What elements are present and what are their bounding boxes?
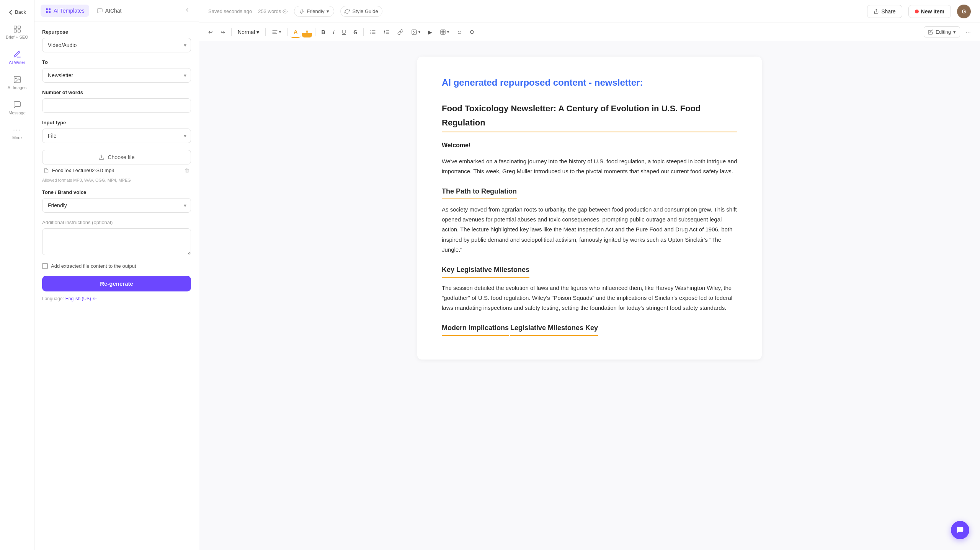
- tab-aichat[interactable]: AIChat: [92, 5, 126, 17]
- toolbar-divider-5: [363, 28, 364, 36]
- top-bar: Saved seconds ago 253 words Friendly ▾: [199, 0, 980, 23]
- file-item: FoodTox Lecture02-SD.mp3 🗑: [42, 164, 191, 176]
- doc-title[interactable]: AI generated repurposed content - newsle…: [442, 75, 737, 91]
- input-type-label: Input type: [42, 120, 191, 125]
- play-button[interactable]: ▶: [425, 27, 435, 37]
- style-guide-button[interactable]: Style Guide: [340, 6, 382, 17]
- bold-button[interactable]: B: [318, 27, 328, 37]
- tab-ai-templates[interactable]: AI Templates: [41, 5, 89, 17]
- toolbar-divider-2: [265, 28, 266, 36]
- new-item-button[interactable]: New Item: [908, 5, 951, 18]
- panel-collapse-button[interactable]: [182, 5, 193, 16]
- strikethrough-button[interactable]: S: [351, 27, 360, 37]
- svg-rect-1: [18, 26, 20, 28]
- words-input[interactable]: 200: [42, 98, 191, 113]
- choose-file-button[interactable]: Choose file: [42, 150, 191, 164]
- message-icon: [13, 101, 21, 109]
- undo-button[interactable]: ↩: [205, 27, 216, 37]
- style-chevron-icon: ▾: [256, 29, 259, 35]
- refresh-icon: [345, 9, 350, 14]
- new-item-label: New Item: [921, 8, 944, 15]
- doc-section1-paragraph[interactable]: As society moved from agrarian roots to …: [442, 205, 737, 255]
- editor-area: AI generated repurposed content - newsle…: [199, 41, 980, 550]
- language-edit-icon[interactable]: ✏: [93, 296, 96, 301]
- doc-section2-title[interactable]: Key Legislative Milestones: [442, 264, 529, 278]
- repurpose-select[interactable]: Video/Audio Blog Post Podcast Social Med…: [42, 38, 191, 52]
- sidebar-item-more[interactable]: ··· More: [3, 122, 31, 144]
- sidebar-item-message[interactable]: Message: [3, 97, 31, 119]
- sidebar-ai-writer-label: AI Writer: [9, 60, 25, 65]
- new-item-dot: [915, 10, 919, 13]
- redo-button[interactable]: ↪: [217, 27, 228, 37]
- sidebar-brief-seo-label: Brief + SEO: [6, 35, 28, 39]
- extract-checkbox[interactable]: [42, 263, 48, 269]
- ordered-list-button[interactable]: [381, 27, 393, 37]
- tone-select-wrapper: Friendly Professional Casual Formal ▾: [42, 198, 191, 213]
- style-dropdown[interactable]: Normal ▾: [235, 27, 262, 37]
- doc-section3-title[interactable]: Modern Implications: [442, 322, 509, 336]
- back-label: Back: [15, 9, 26, 15]
- sidebar-item-ai-images[interactable]: AI Images: [3, 72, 31, 94]
- instructions-textarea[interactable]: [42, 228, 191, 255]
- underline-button[interactable]: U: [339, 27, 349, 37]
- italic-button[interactable]: I: [330, 27, 338, 37]
- file-delete-button[interactable]: 🗑: [185, 168, 189, 173]
- main-content-area: Saved seconds ago 253 words Friendly ▾: [199, 0, 980, 550]
- words-field: Number of words 200: [42, 89, 191, 113]
- to-select[interactable]: Newsletter Blog Post Social Post Email: [42, 68, 191, 83]
- panel-tabs: AI Templates AIChat: [34, 0, 199, 21]
- image-toolbar-icon: [411, 29, 417, 35]
- repurpose-field: Repurpose Video/Audio Blog Post Podcast …: [42, 29, 191, 52]
- image-button[interactable]: ▾: [408, 27, 423, 37]
- language-value[interactable]: English (US): [65, 296, 91, 301]
- pen-icon: [13, 50, 21, 59]
- upload-icon: [98, 154, 105, 160]
- repurpose-label: Repurpose: [42, 29, 191, 35]
- ai-templates-panel: AI Templates AIChat Repurpose Video/Audi…: [34, 0, 199, 550]
- special-char-button[interactable]: Ω: [467, 27, 477, 37]
- input-type-select[interactable]: File URL Text: [42, 129, 191, 143]
- editing-dropdown[interactable]: Editing ▾: [924, 26, 960, 37]
- bullet-list-button[interactable]: [367, 27, 379, 37]
- emoji-button[interactable]: ☺: [454, 27, 465, 37]
- ai-templates-tab-label: AI Templates: [54, 8, 85, 14]
- input-type-select-wrapper: File URL Text ▾: [42, 129, 191, 143]
- highlight-button[interactable]: A: [302, 27, 312, 37]
- svg-rect-6: [46, 8, 48, 10]
- back-button[interactable]: Back: [2, 6, 33, 18]
- link-button[interactable]: [394, 27, 407, 37]
- doc-section2-paragraph[interactable]: The session detailed the evolution of la…: [442, 283, 737, 313]
- sidebar-more-label: More: [12, 135, 22, 140]
- regenerate-button[interactable]: Re-generate: [42, 276, 191, 291]
- table-button[interactable]: ▾: [437, 27, 452, 37]
- sidebar-item-ai-writer[interactable]: AI Writer: [3, 46, 31, 68]
- instructions-label: Additional instructions (optional): [42, 220, 191, 225]
- top-bar-meta: Saved seconds ago 253 words Friendly ▾: [208, 6, 861, 17]
- align-left-icon: [272, 29, 278, 35]
- editing-label-text: Editing: [936, 29, 951, 35]
- chat-bubble-icon: [956, 526, 964, 534]
- doc-section1-title[interactable]: The Path to Regulation: [442, 186, 517, 199]
- aichat-tab-icon: [97, 8, 103, 14]
- table-chevron-icon: ▾: [447, 30, 449, 34]
- left-nav: Back Brief + SEO AI Writer AI Images Mes…: [0, 0, 34, 550]
- tone-selector[interactable]: Friendly ▾: [294, 6, 334, 17]
- more-options-button[interactable]: ⋯: [962, 27, 974, 37]
- tone-select[interactable]: Friendly Professional Casual Formal: [42, 198, 191, 213]
- share-button[interactable]: Share: [867, 5, 902, 18]
- svg-rect-29: [441, 30, 445, 34]
- tone-chevron-icon: ▾: [327, 8, 329, 14]
- language-label: Language:: [42, 296, 64, 301]
- chat-bubble-button[interactable]: [951, 521, 969, 539]
- sidebar-item-brief-seo[interactable]: Brief + SEO: [3, 21, 31, 43]
- doc-intro-paragraph[interactable]: We've embarked on a fascinating journey …: [442, 156, 737, 177]
- bullet-list-icon: [370, 29, 376, 35]
- table-icon: [440, 29, 446, 35]
- aichat-tab-label: AIChat: [105, 8, 122, 14]
- doc-h2[interactable]: Food Toxicology Newsletter: A Century of…: [442, 101, 737, 132]
- language-row: Language: English (US) ✏: [42, 296, 191, 301]
- eye-icon: [283, 9, 288, 14]
- doc-milestones-key[interactable]: Legislative Milestones Key: [510, 322, 598, 336]
- align-button[interactable]: ▾: [269, 27, 284, 37]
- text-color-button[interactable]: A: [291, 26, 301, 38]
